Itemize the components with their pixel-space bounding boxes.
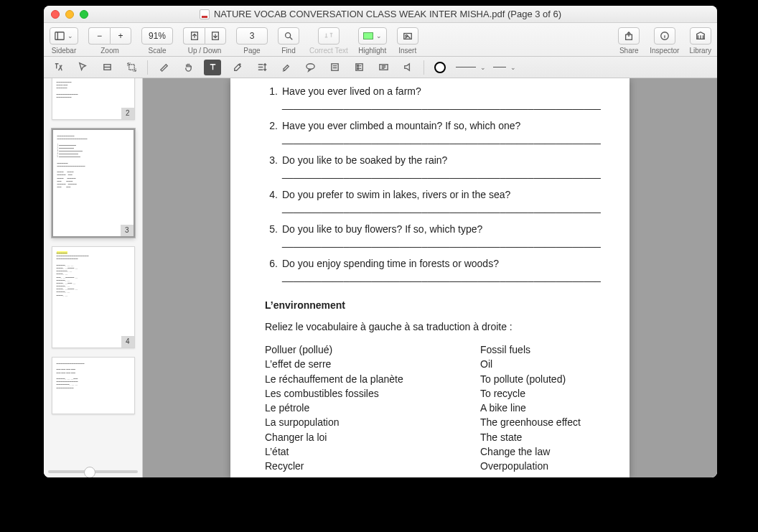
library-button[interactable]	[690, 27, 711, 45]
svg-point-4	[286, 33, 291, 38]
share-button[interactable]	[618, 27, 640, 45]
minimize-window-button[interactable]	[65, 10, 74, 19]
page-label: Page	[243, 47, 260, 55]
thumbnail-page-5[interactable]: ▬▬▬▬▬▬▬▬▬▬▬▬▬▬▬ ▬▬ ▬▬ ▬▬▬▬ ▬▬ ▬▬ ▬▬▬▬▬▬_…	[52, 357, 135, 414]
highlight-label: Highlight	[358, 47, 386, 55]
vocab-item: The greenhouse effect	[480, 415, 581, 429]
scale-label: Scale	[148, 47, 166, 55]
vocab-item: Le réchauffement de la planète	[265, 372, 451, 386]
vocab-item: L’effet de serre	[265, 357, 451, 371]
zoom-window-button[interactable]	[80, 10, 88, 19]
answer-line: ________________________________________…	[265, 202, 602, 213]
page-up-button[interactable]	[183, 27, 205, 45]
note-tool-icon[interactable]	[326, 60, 343, 75]
vocab-item: Oil	[480, 357, 581, 371]
thumb-page-num: 2	[121, 108, 134, 119]
crop-tool-icon[interactable]	[123, 60, 140, 75]
thumb-page-num: 4	[121, 336, 134, 347]
text-tool-icon[interactable]	[204, 60, 221, 75]
vocab-item: Fossil fuels	[480, 342, 581, 357]
highlight-button[interactable]: ⌄	[358, 27, 387, 45]
linespacing-tool-icon[interactable]	[253, 60, 270, 75]
list-item: 6.Do you enjoy spending time in forests …	[265, 258, 602, 282]
vocab-item: L’état	[265, 444, 451, 459]
area-select-tool-icon[interactable]	[98, 60, 116, 75]
section-heading: L’environnement	[265, 299, 602, 311]
stamp-tool-icon[interactable]	[375, 60, 392, 75]
library-label: Library	[689, 47, 711, 55]
list-item: 4.Do you prefer to swim in lakes, rivers…	[265, 189, 602, 213]
answer-line: ________________________________________…	[265, 98, 602, 110]
question-text: Have you ever lived on a farm?	[282, 85, 421, 97]
draw-tool-icon[interactable]	[155, 60, 172, 75]
instruction-text: Reliez le vocabulaire à gauche à sa trad…	[265, 321, 602, 332]
list-item: 2.Have you ever climbed a mountain? If s…	[265, 120, 602, 144]
vocab-left-col: Polluer (pollué) L’effet de serre Le réc…	[265, 342, 451, 474]
insert-label: Insert	[398, 47, 416, 55]
vocab-right-col: Fossil fuels Oil To pollute (poluted) To…	[480, 342, 581, 474]
sidebar-toggle-button[interactable]: ⌄	[50, 27, 78, 45]
eraser-tool-icon[interactable]	[228, 60, 245, 75]
vocab-item: Recycler	[265, 459, 451, 473]
question-text: Do you prefer to swim in lakes, rivers o…	[282, 189, 510, 200]
highlighter-tool-icon[interactable]	[277, 60, 294, 75]
svg-rect-0	[55, 32, 64, 40]
page-number-field[interactable]: 3	[236, 27, 268, 45]
inspector-label: Inspector	[650, 47, 679, 55]
correct-text-label: Correct Text	[309, 47, 348, 55]
insert-button[interactable]	[397, 27, 418, 45]
zoom-out-button[interactable]: −	[88, 27, 110, 45]
answer-line: ________________________________________…	[265, 236, 602, 248]
pan-tool-icon[interactable]	[179, 60, 197, 75]
document-icon	[200, 9, 210, 19]
vocab-item: La surpopulation	[265, 415, 451, 429]
find-button[interactable]	[278, 27, 299, 45]
vocab-item: Overpopulation	[480, 459, 581, 473]
svg-point-18	[306, 64, 314, 70]
thumbnail-sidebar[interactable]: ▬▬▬▬▬▬▬▬▬▬ ▬▬▬▬▬▬▬▬▬▬▬▬▬▬▬▬▬▬▬▬▬▬▬▬ 2 ▬▬…	[44, 78, 143, 477]
thumb-page-num: 3	[121, 225, 134, 236]
vocab-columns: Polluer (pollué) L’effet de serre Le réc…	[265, 342, 602, 474]
page-down-button[interactable]	[205, 27, 226, 45]
sidebar-label: Sidebar	[52, 47, 76, 55]
question-text: Have you ever climbed a mountain? If so,…	[282, 120, 520, 131]
thumbnail-size-slider[interactable]	[48, 470, 138, 473]
vocab-item: Les combustibles fossiles	[265, 386, 451, 401]
updown-label: Up / Down	[188, 47, 222, 55]
list-item: 1.Have you ever lived on a farm?________…	[265, 85, 602, 110]
svg-point-14	[238, 63, 240, 65]
page-content: 1.Have you ever lived on a farm?________…	[230, 78, 630, 477]
inspector-button[interactable]	[654, 27, 675, 45]
thumbnail-page-3[interactable]: ▬▬▬▬▬▬▬▬▬▬▬▬▬▬▬▬▬▬▬▬▬▬1 ▬▬▬▬▬▬▬▬2 ▬▬▬▬▬▬…	[52, 129, 135, 238]
vocab-item: Changer la loi	[265, 430, 451, 444]
zoom-percent-field[interactable]: 91%	[141, 27, 173, 45]
svg-line-5	[290, 37, 293, 40]
app-window: NATURE VOCAB CONVERSATION CLASS WEAK INT…	[44, 6, 717, 477]
zoom-in-button[interactable]: +	[110, 27, 131, 45]
svg-rect-19	[331, 64, 337, 70]
comment-tool-icon[interactable]	[301, 60, 319, 75]
line-style-dropdown[interactable]: ⌄	[456, 64, 486, 71]
thumbnail-page-4[interactable]: ▬▬▬▬▬▬▬▬▬▬▬▬▬▬▬▬▬▬▬▬▬▬▬▬▬▬▬▬▬▬▬▬▬▬______…	[52, 246, 135, 348]
answer-line: ________________________________________…	[265, 167, 602, 179]
question-text: Do you like to be soaked by the rain?	[282, 154, 447, 166]
question-list: 1.Have you ever lived on a farm?________…	[265, 85, 602, 282]
color-picker-button[interactable]	[431, 60, 449, 75]
form-tool-icon[interactable]	[350, 60, 368, 75]
svg-rect-25	[357, 67, 358, 69]
zoom-label: Zoom	[100, 47, 119, 55]
document-viewport[interactable]: 1.Have you ever lived on a farm?________…	[143, 78, 717, 477]
thumbnail-page-2[interactable]: ▬▬▬▬▬▬▬▬▬▬ ▬▬▬▬▬▬▬▬▬▬▬▬▬▬▬▬▬▬▬▬▬▬▬▬ 2	[52, 78, 135, 120]
arrow-tool-icon[interactable]	[74, 60, 91, 75]
correct-text-button	[318, 27, 340, 45]
sound-tool-icon[interactable]	[399, 60, 416, 75]
list-item: 5.Do you like to buy flowers? If so, whi…	[265, 223, 602, 248]
line-end-dropdown[interactable]: ⌄	[493, 64, 516, 71]
list-item: 3.Do you like to be soaked by the rain?_…	[265, 154, 602, 179]
share-label: Share	[619, 47, 639, 55]
close-window-button[interactable]	[51, 10, 60, 19]
window-title: NATURE VOCAB CONVERSATION CLASS WEAK INT…	[214, 9, 561, 19]
titlebar: NATURE VOCAB CONVERSATION CLASS WEAK INT…	[44, 6, 717, 23]
text-select-tool-icon[interactable]	[50, 60, 67, 75]
question-text: Do you enjoy spending time in forests or…	[282, 258, 499, 269]
